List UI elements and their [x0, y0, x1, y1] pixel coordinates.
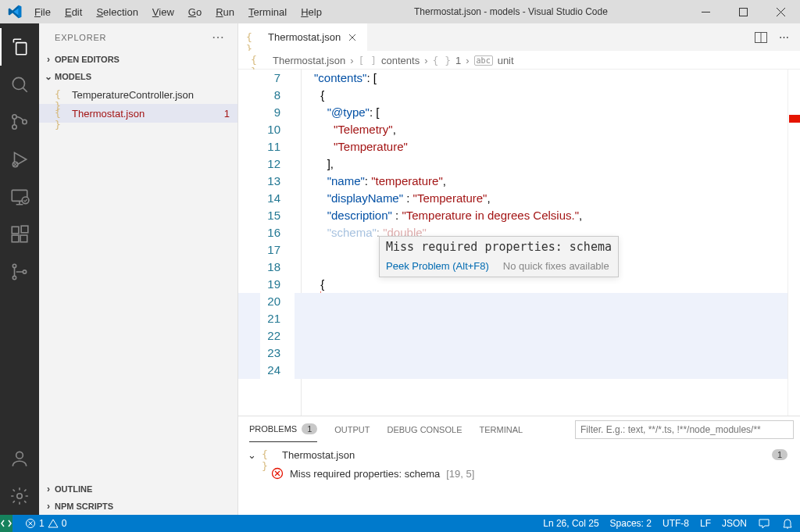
- activity-explorer[interactable]: [0, 28, 39, 66]
- problem-file-row[interactable]: ⌄ { } Thermostat.json 1: [248, 445, 791, 464]
- activity-remote-explorer[interactable]: [0, 178, 39, 216]
- section-models[interactable]: ⌄MODELS: [39, 68, 238, 85]
- problems-list: ⌄ { } Thermostat.json 1 Miss required pr…: [238, 442, 800, 515]
- status-bar: 1 0 Ln 26, Col 25 Spaces: 2 UTF-8 LF JSO…: [0, 515, 800, 532]
- activity-git-graph[interactable]: [0, 253, 39, 291]
- breadcrumbs[interactable]: { } Thermostat.json › [ ] contents › { }…: [238, 51, 800, 70]
- hover-tooltip: Miss required properties: schema Peek Pr…: [379, 236, 619, 277]
- section-open-editors[interactable]: ›OPEN EDITORS: [39, 51, 238, 68]
- breadcrumb-item[interactable]: contents: [381, 55, 420, 66]
- minimize-button[interactable]: [694, 2, 717, 21]
- status-ln-col[interactable]: Ln 26, Col 25: [543, 518, 598, 529]
- activity-source-control[interactable]: [0, 103, 39, 141]
- panel-tab-problems[interactable]: PROBLEMS 1: [249, 416, 317, 442]
- code-line[interactable]: "name": "temperature",: [295, 173, 788, 190]
- code-line[interactable]: "displayName" : "Temperature",: [295, 190, 788, 207]
- panel-tab-debug[interactable]: DEBUG CONSOLE: [388, 416, 462, 442]
- main: EXPLORER ⋯ ›OPEN EDITORS ⌄MODELS { } Tem…: [0, 23, 800, 515]
- activity-extensions[interactable]: [0, 216, 39, 253]
- code-line[interactable]: "Telemetry",: [295, 121, 788, 138]
- menu-run[interactable]: Run: [209, 3, 241, 21]
- status-errors-warnings[interactable]: 1 0: [25, 518, 66, 529]
- activity-bar: [0, 23, 39, 515]
- svg-line-5: [23, 87, 27, 91]
- code-line[interactable]: ],: [295, 155, 788, 173]
- vscode-logo-icon: [8, 5, 22, 19]
- editor-more-icon[interactable]: ⋯: [779, 31, 789, 43]
- maximize-button[interactable]: [731, 2, 755, 21]
- file-problem-count: 1: [772, 449, 788, 460]
- activity-search[interactable]: [0, 66, 39, 103]
- code-editor[interactable]: 789101112131415161718192021222324 "conte…: [238, 70, 800, 416]
- activity-run-debug[interactable]: [0, 141, 39, 178]
- svg-point-20: [17, 494, 23, 499]
- activity-settings[interactable]: [0, 477, 39, 515]
- window-title: Thermostat.json - models - Visual Studio…: [328, 6, 694, 17]
- tab-label: Thermostat.json: [268, 31, 341, 43]
- no-quick-fix-label: No quick fixes available: [503, 260, 609, 272]
- file-label: TemperatureController.json: [72, 89, 194, 101]
- code-content[interactable]: "contents": [ { "@type": [ "Telemetry", …: [295, 70, 788, 416]
- menu-file[interactable]: File: [28, 3, 57, 21]
- problem-item[interactable]: Miss required properties: schema [19, 5]: [248, 464, 791, 483]
- editor-tabs: { } Thermostat.json ⋯: [238, 23, 800, 51]
- file-item[interactable]: { } TemperatureController.json: [39, 85, 238, 104]
- peek-problem-link[interactable]: Peek Problem (Alt+F8): [386, 260, 489, 272]
- chevron-right-icon: ›: [424, 55, 427, 66]
- svg-point-17: [12, 276, 16, 279]
- code-line[interactable]: "@type": [: [295, 104, 788, 121]
- string-icon: abc: [474, 55, 493, 66]
- close-button[interactable]: [769, 2, 792, 21]
- minimap[interactable]: [788, 70, 800, 416]
- error-marker[interactable]: [789, 115, 800, 123]
- editor-tab[interactable]: { } Thermostat.json: [238, 23, 368, 51]
- status-feedback-icon[interactable]: [758, 517, 770, 530]
- error-icon: [271, 467, 284, 480]
- file-label: Thermostat.json: [72, 108, 145, 120]
- file-item[interactable]: { } Thermostat.json 1: [39, 104, 238, 123]
- menu-terminal[interactable]: Terminal: [242, 3, 293, 21]
- status-encoding[interactable]: UTF-8: [662, 518, 689, 529]
- menu-view[interactable]: View: [146, 3, 180, 21]
- breadcrumb-item[interactable]: 1: [455, 55, 461, 66]
- editor-actions: ⋯: [754, 23, 800, 51]
- json-icon: { }: [55, 107, 67, 120]
- activity-account[interactable]: [0, 440, 39, 477]
- svg-point-8: [23, 120, 27, 123]
- editor-group: { } Thermostat.json ⋯ { } Thermostat.jso…: [238, 23, 800, 515]
- code-line[interactable]: "Temperature": [295, 138, 788, 155]
- problems-filter-input[interactable]: [575, 420, 794, 439]
- svg-point-4: [12, 77, 24, 89]
- svg-rect-13: [12, 235, 19, 242]
- section-npm[interactable]: ›NPM SCRIPTS: [39, 498, 238, 515]
- panel-tab-output[interactable]: OUTPUT: [334, 416, 370, 442]
- sidebar-title: EXPLORER: [55, 33, 106, 42]
- panel-tab-terminal[interactable]: TERMINAL: [479, 416, 523, 442]
- status-spaces[interactable]: Spaces: 2: [610, 518, 652, 529]
- code-line[interactable]: "contents": [: [295, 70, 788, 87]
- breadcrumb-item[interactable]: Thermostat.json: [273, 55, 345, 66]
- file-tree: { } TemperatureController.json { } Therm…: [39, 85, 238, 480]
- status-eol[interactable]: LF: [700, 518, 711, 529]
- code-line[interactable]: {: [295, 276, 788, 293]
- panel-tabs: PROBLEMS 1 OUTPUT DEBUG CONSOLE TERMINAL: [238, 416, 800, 442]
- json-icon: { }: [251, 54, 263, 66]
- section-outline[interactable]: ›OUTLINE: [39, 480, 238, 498]
- svg-point-19: [16, 452, 23, 459]
- svg-point-18: [23, 270, 26, 273]
- status-bell-icon[interactable]: [781, 517, 794, 530]
- code-line[interactable]: "description" : "Temperature in degrees …: [295, 207, 788, 224]
- menu-edit[interactable]: Edit: [59, 3, 88, 21]
- sidebar-more-icon[interactable]: ⋯: [212, 30, 225, 45]
- menu-go[interactable]: Go: [182, 3, 208, 21]
- sidebar: EXPLORER ⋯ ›OPEN EDITORS ⌄MODELS { } Tem…: [39, 23, 238, 515]
- svg-rect-1: [739, 8, 747, 16]
- menu-help[interactable]: Help: [295, 3, 328, 21]
- split-editor-icon[interactable]: [754, 30, 768, 45]
- code-line[interactable]: {: [295, 87, 788, 104]
- tab-close-icon[interactable]: [345, 30, 359, 45]
- remote-indicator[interactable]: [0, 515, 12, 532]
- status-language[interactable]: JSON: [722, 518, 747, 529]
- breadcrumb-item[interactable]: unit: [498, 55, 514, 66]
- menu-selection[interactable]: Selection: [90, 3, 144, 21]
